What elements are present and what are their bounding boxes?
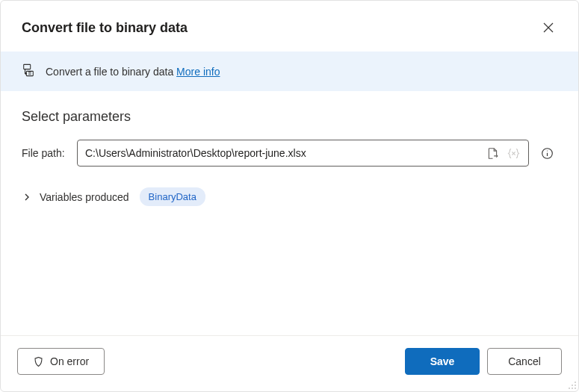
svg-point-16 <box>572 388 573 389</box>
shield-icon <box>33 356 44 367</box>
info-banner: Convert a file to binary data More info <box>1 52 578 91</box>
save-button[interactable]: Save <box>405 348 480 375</box>
cancel-button[interactable]: Cancel <box>487 348 562 375</box>
on-error-label: On error <box>50 355 89 367</box>
on-error-button[interactable]: On error <box>17 348 105 375</box>
svg-point-12 <box>575 382 576 383</box>
convert-file-icon <box>22 63 35 79</box>
braces-x-icon <box>507 147 520 160</box>
file-path-input-wrapper <box>77 140 529 167</box>
chevron-right-icon[interactable] <box>22 192 32 202</box>
svg-point-14 <box>575 385 576 386</box>
svg-point-10 <box>546 150 547 151</box>
svg-point-15 <box>569 388 570 389</box>
dialog-title: Convert file to binary data <box>22 20 188 36</box>
variables-produced-label[interactable]: Variables produced <box>40 191 129 203</box>
variable-picker-button[interactable] <box>503 143 524 164</box>
close-button[interactable] <box>536 16 560 40</box>
variable-chip-binarydata[interactable]: BinaryData <box>140 187 205 206</box>
info-banner-text: Convert a file to binary data More info <box>46 66 220 78</box>
file-path-label: File path: <box>22 147 69 159</box>
resize-handle[interactable] <box>568 381 577 390</box>
file-path-info-button[interactable] <box>536 143 557 164</box>
section-title: Select parameters <box>22 109 557 125</box>
close-icon <box>543 22 554 33</box>
svg-point-17 <box>575 388 576 389</box>
file-picker-button[interactable] <box>482 143 503 164</box>
more-info-link[interactable]: More info <box>176 66 220 78</box>
file-arrow-icon <box>486 147 499 160</box>
svg-point-13 <box>572 385 573 386</box>
info-icon <box>541 147 554 160</box>
svg-rect-2 <box>24 64 31 69</box>
file-path-input[interactable] <box>85 147 482 159</box>
